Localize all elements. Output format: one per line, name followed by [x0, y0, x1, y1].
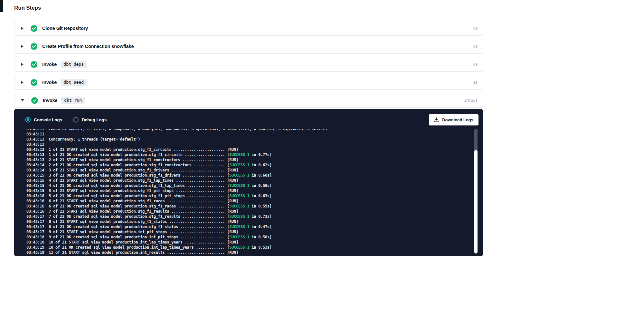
- log-line: 03:43:13 1 of 21 OK created sql view mod…: [26, 152, 483, 157]
- log-tab-label: Console Logs: [34, 117, 62, 122]
- log-line: 03:43:16 6 of 21 OK created sql view mod…: [26, 204, 483, 209]
- success-check-icon: [31, 43, 37, 50]
- log-line: 03:43:17 9 of 21 START sql view model pr…: [26, 229, 483, 234]
- step-duration: 0s: [473, 26, 478, 31]
- log-line: 03:43:17 8 of 21 OK created sql view mod…: [26, 224, 483, 229]
- step-command-chip: dbt deps: [61, 61, 87, 68]
- caret-icon[interactable]: [21, 63, 24, 66]
- log-line: 03:43:18 10 of 21 START sql view model p…: [26, 240, 483, 245]
- log-line: 03:43:17 7 of 21 OK created sql view mod…: [26, 214, 483, 219]
- log-line: 03:43:13: [26, 142, 483, 147]
- step-row[interactable]: Invoke dbt run 2m 26s: [14, 93, 483, 108]
- log-line: 03:43:19 10 of 21 OK created sql view mo…: [26, 245, 483, 250]
- step-label: Invoke: [42, 80, 57, 85]
- log-line: 03:43:15 3 of 21 OK created sql view mod…: [26, 173, 483, 178]
- log-line: 03:43:18 9 of 21 OK created sql view mod…: [26, 234, 483, 240]
- step-row[interactable]: Clone Git Repository 0s: [14, 21, 483, 36]
- log-line: 03:43:11 Found 21 models, 17 tests, 0 sn…: [26, 129, 483, 132]
- step-command-chip: dbt run: [61, 97, 85, 104]
- step-label: Invoke: [42, 62, 57, 67]
- success-check-icon: [31, 97, 38, 104]
- log-line: 03:43:14 3 of 21 START sql view model pr…: [26, 168, 483, 173]
- log-line: 03:43:13 2 of 21 START sql view model pr…: [26, 157, 483, 162]
- log-tab-console[interactable]: Console Logs: [25, 117, 62, 123]
- caret-icon[interactable]: [21, 81, 24, 84]
- log-line: 03:43:15 5 of 21 START sql view model pr…: [26, 188, 483, 193]
- log-line: 03:43:17 8 of 21 START sql view model pr…: [26, 219, 483, 224]
- step-row[interactable]: Create Profile from Connection snowflake…: [14, 39, 483, 54]
- step-command-chip: dbt seed: [61, 79, 87, 86]
- run-steps-page: Run Steps Clone Git Repository 0s Create…: [14, 5, 483, 260]
- success-check-icon: [31, 25, 37, 32]
- page-title: Run Steps: [14, 5, 483, 12]
- success-check-icon: [31, 61, 37, 68]
- step-duration: 0s: [473, 44, 478, 49]
- step-duration: 0s: [473, 62, 478, 67]
- log-tab-debug[interactable]: Debug Logs: [73, 117, 107, 123]
- log-line: 03:43:15 4 of 21 OK created sql view mod…: [26, 183, 483, 188]
- log-line: 03:43:15 4 of 21 START sql view model pr…: [26, 178, 483, 183]
- console-header: Console Logs Debug Logs Download Logs: [14, 109, 483, 129]
- log-line: 03:43:11: [26, 132, 483, 137]
- step-row[interactable]: Invoke dbt deps 0s: [14, 57, 483, 72]
- caret-icon[interactable]: [21, 45, 24, 48]
- log-lines: 03:43:11 Found 21 models, 17 tests, 0 sn…: [26, 129, 483, 255]
- log-line: 03:43:19 11 of 21 START sql view model p…: [26, 250, 483, 255]
- run-steps-list: Clone Git Repository 0s Create Profile f…: [14, 21, 483, 108]
- log-line: 03:43:13 Concurrency: 1 threads (target=…: [26, 137, 483, 142]
- log-line: 03:43:16 7 of 21 START sql view model pr…: [26, 209, 483, 214]
- log-line: 03:43:16 5 of 21 OK created sql view mod…: [26, 193, 483, 198]
- success-check-icon: [31, 79, 37, 86]
- console-log-area[interactable]: 03:43:11 Found 21 models, 17 tests, 0 sn…: [14, 129, 483, 256]
- log-tab-label: Debug Logs: [82, 117, 107, 122]
- step-label: Clone Git Repository: [42, 26, 88, 31]
- radio-selected-icon: [25, 117, 31, 123]
- download-logs-label: Download Logs: [442, 117, 473, 122]
- step-label: Create Profile from Connection snowflake: [42, 44, 134, 49]
- console-scrollbar-thumb[interactable]: [474, 150, 478, 253]
- step-duration: 1s: [473, 80, 478, 85]
- console-scrollbar[interactable]: [474, 129, 478, 253]
- step-row[interactable]: Invoke dbt seed 1s: [14, 75, 483, 90]
- next-step-top-border: [14, 259, 483, 260]
- download-logs-button[interactable]: Download Logs: [429, 114, 478, 125]
- radio-unselected-icon: [73, 117, 79, 123]
- console-panel: Console Logs Debug Logs Download Logs 03…: [14, 109, 483, 256]
- download-icon: [434, 117, 439, 122]
- log-line: 03:43:14 2 of 21 OK created sql view mod…: [26, 162, 483, 168]
- sidebar-edge: [0, 0, 3, 12]
- step-duration: 2m 26s: [464, 98, 478, 103]
- caret-icon[interactable]: [21, 27, 24, 30]
- step-label: Invoke: [43, 98, 57, 103]
- log-line: 03:43:16 6 of 21 START sql view model pr…: [26, 198, 483, 204]
- log-line: 03:43:13 1 of 21 START sql view model pr…: [26, 147, 483, 152]
- caret-icon[interactable]: [21, 99, 24, 102]
